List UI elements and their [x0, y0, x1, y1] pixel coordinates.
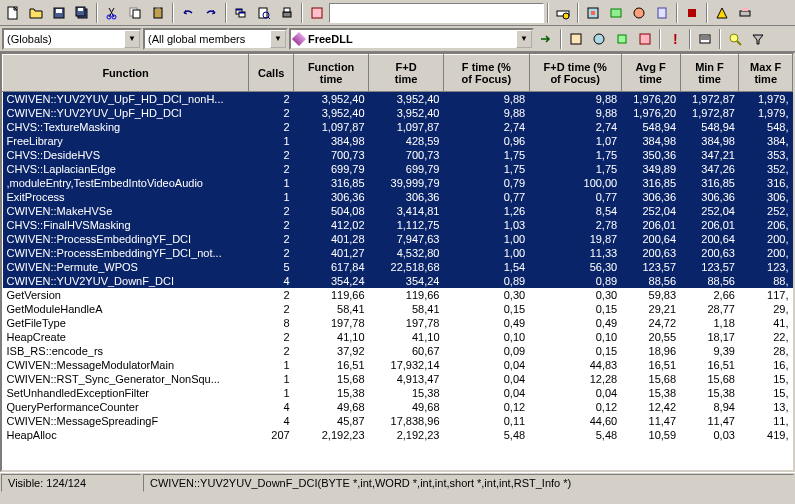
value-cell: 19,87 — [529, 232, 621, 246]
value-cell: 16, — [739, 358, 793, 372]
value-cell: 0,04 — [444, 386, 530, 400]
nav-a-icon[interactable] — [582, 2, 604, 24]
column-header[interactable]: F+Dtime — [369, 55, 444, 92]
table-row[interactable]: QueryPerformanceCounter449,6849,680,120,… — [3, 400, 793, 414]
value-cell: 1,976,20 — [621, 92, 680, 106]
value-cell: 0,04 — [529, 386, 621, 400]
members-dropdown[interactable]: (All global members ▼ — [143, 28, 288, 50]
filter-icon[interactable] — [747, 28, 769, 50]
table-row[interactable]: CHVS::FinalHVSMasking2412,021,112,751,03… — [3, 218, 793, 232]
scope-dropdown[interactable]: (Globals) ▼ — [2, 28, 142, 50]
table-row[interactable]: FreeLibrary1384,98428,590,961,07384,9838… — [3, 134, 793, 148]
chevron-down-icon[interactable]: ▼ — [516, 30, 532, 48]
svg-rect-29 — [740, 11, 750, 16]
exclaim-icon[interactable]: ! — [664, 28, 686, 50]
value-cell: 18,17 — [680, 330, 739, 344]
profile-c-icon[interactable] — [611, 28, 633, 50]
chevron-down-icon[interactable]: ▼ — [270, 30, 286, 48]
status-bar: Visible: 124/124 CWIVEN::YUV2YUV_DownF_D… — [0, 472, 795, 492]
profile-a-icon[interactable] — [565, 28, 587, 50]
value-cell: 1,75 — [529, 162, 621, 176]
function-cell: CWIVEN::Permute_WPOS — [3, 260, 249, 274]
value-cell: 15,38 — [680, 386, 739, 400]
table-row[interactable]: HeapAlloc2072,192,232,192,235,485,4810,5… — [3, 428, 793, 442]
column-header[interactable]: Function — [3, 55, 249, 92]
print-icon[interactable] — [276, 2, 298, 24]
value-cell: 384, — [739, 134, 793, 148]
search-yellow-icon[interactable] — [724, 28, 746, 50]
save-all-icon[interactable] — [71, 2, 93, 24]
value-cell: 5 — [249, 260, 294, 274]
table-row[interactable]: HeapCreate241,1041,100,100,1020,5518,172… — [3, 330, 793, 344]
column-header[interactable]: Avg Ftime — [621, 55, 680, 92]
paste-icon[interactable] — [147, 2, 169, 24]
table-row[interactable]: CHVS::TextureMasking21,097,871,097,872,7… — [3, 120, 793, 134]
column-header[interactable]: Functiontime — [294, 55, 369, 92]
window-list-icon[interactable] — [230, 2, 252, 24]
tool-e-icon[interactable] — [711, 2, 733, 24]
table-row[interactable]: CWIVEN::MessageModulatorMain116,5117,932… — [3, 358, 793, 372]
search-input[interactable] — [329, 3, 544, 23]
profile-d-icon[interactable] — [634, 28, 656, 50]
nav-b-icon[interactable] — [605, 2, 627, 24]
table-row[interactable]: CWIVEN::Permute_WPOS5617,8422,518,681,54… — [3, 260, 793, 274]
table-row[interactable]: CWIVEN::RST_Sync_Generator_NonSqu...115,… — [3, 372, 793, 386]
column-header[interactable]: Min Ftime — [680, 55, 739, 92]
table-row[interactable]: CHVS::DesideHVS2700,73700,731,751,75350,… — [3, 148, 793, 162]
table-row[interactable]: ISB_RS::encode_rs237,9260,670,090,1518,9… — [3, 344, 793, 358]
profile-grid[interactable]: FunctionCallsFunctiontimeF+DtimeF time (… — [0, 52, 795, 472]
table-row[interactable]: CWIVEN::ProcessEmbeddingYF_DCI_not...240… — [3, 246, 793, 260]
redo-icon[interactable] — [200, 2, 222, 24]
find-icon[interactable] — [552, 2, 574, 24]
table-row[interactable]: CWIVEN::YUV2YUV_UpF_HD_DCI_nonH...23,952… — [3, 92, 793, 106]
tool-a-icon[interactable] — [306, 2, 328, 24]
undo-icon[interactable] — [177, 2, 199, 24]
cut-icon[interactable] — [101, 2, 123, 24]
profile-b-icon[interactable] — [588, 28, 610, 50]
table-row[interactable]: GetModuleHandleA258,4158,410,150,1529,21… — [3, 302, 793, 316]
value-cell: 2 — [249, 120, 294, 134]
save-icon[interactable] — [48, 2, 70, 24]
value-cell: 0,96 — [444, 134, 530, 148]
goto-icon[interactable] — [535, 28, 557, 50]
value-cell: 0,49 — [444, 316, 530, 330]
table-row[interactable]: CWIVEN::YUV2YUV_UpF_HD_DCI23,952,403,952… — [3, 106, 793, 120]
value-cell: 354,24 — [294, 274, 369, 288]
value-cell: 1,75 — [529, 148, 621, 162]
table-row[interactable]: ,moduleEntry,TestEmbedIntoVideoAudio1316… — [3, 176, 793, 190]
table-row[interactable]: ExitProcess1306,36306,360,770,77306,3630… — [3, 190, 793, 204]
stop-icon[interactable] — [681, 2, 703, 24]
column-header[interactable]: Max Ftime — [739, 55, 793, 92]
function-cell: ISB_RS::encode_rs — [3, 344, 249, 358]
column-header[interactable]: F time (%of Focus) — [444, 55, 530, 92]
table-row[interactable]: CWIVEN::YUV2YUV_DownF_DCI4354,24354,240,… — [3, 274, 793, 288]
open-file-icon[interactable] — [25, 2, 47, 24]
table-row[interactable]: GetVersion2119,66119,660,300,3059,832,66… — [3, 288, 793, 302]
value-cell: 15, — [739, 386, 793, 400]
value-cell: 306,36 — [680, 190, 739, 204]
tool-f-icon[interactable] — [734, 2, 756, 24]
table-row[interactable]: CWIVEN::MakeHVSe2504,083,414,811,268,542… — [3, 204, 793, 218]
value-cell: 1,979, — [739, 106, 793, 120]
table-row[interactable]: CHVS::LaplacianEdge2699,79699,791,751,75… — [3, 162, 793, 176]
table-row[interactable]: GetFileType8197,78197,780,490,4924,721,1… — [3, 316, 793, 330]
output-icon[interactable] — [694, 28, 716, 50]
value-cell: 58,41 — [294, 302, 369, 316]
module-dropdown[interactable]: FreeDLL ▼ — [289, 28, 534, 50]
table-row[interactable]: SetUnhandledExceptionFilter115,3815,380,… — [3, 386, 793, 400]
value-cell: 252,04 — [621, 204, 680, 218]
column-header[interactable]: F+D time (%of Focus) — [529, 55, 621, 92]
function-cell: SetUnhandledExceptionFilter — [3, 386, 249, 400]
value-cell: 200, — [739, 246, 793, 260]
chevron-down-icon[interactable]: ▼ — [124, 30, 140, 48]
column-header[interactable]: Calls — [249, 55, 294, 92]
value-cell: 11,47 — [621, 414, 680, 428]
nav-d-icon[interactable] — [651, 2, 673, 24]
new-file-icon[interactable] — [2, 2, 24, 24]
copy-icon[interactable] — [124, 2, 146, 24]
find-in-files-icon[interactable] — [253, 2, 275, 24]
nav-c-icon[interactable] — [628, 2, 650, 24]
table-row[interactable]: CWIVEN::MessageSpreadingF445,8717,838,96… — [3, 414, 793, 428]
table-row[interactable]: CWIVEN::ProcessEmbeddingYF_DCI2401,287,9… — [3, 232, 793, 246]
value-cell: 306, — [739, 190, 793, 204]
